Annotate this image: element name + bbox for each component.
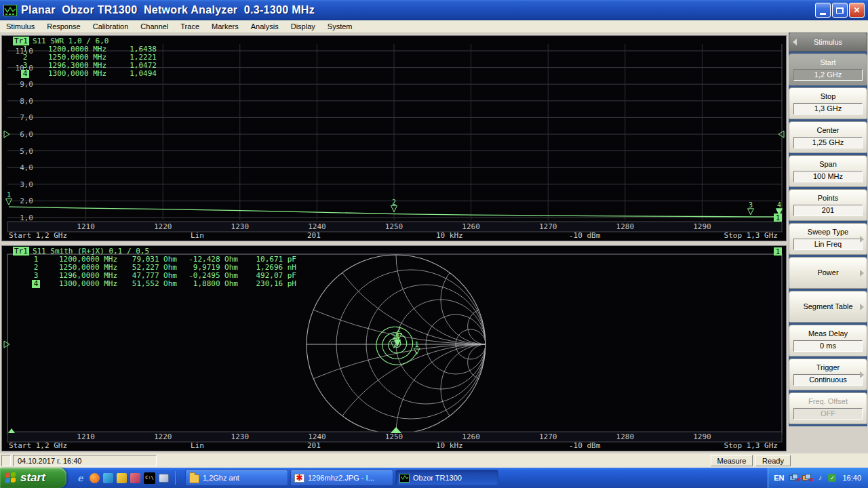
ie-icon[interactable]: e xyxy=(75,472,86,484)
button-value: OFF xyxy=(793,408,863,420)
swr-footer: Start 1,2 GHz Lin 201 10 kHz -10 dBm Sto… xyxy=(2,231,786,240)
button-label: Points xyxy=(789,194,867,202)
task-folder-12ghz-ant[interactable]: 1,2Ghz ant xyxy=(185,470,288,486)
messenger-icon[interactable] xyxy=(103,473,113,483)
sidebar-button-points[interactable]: Points201 xyxy=(789,189,867,221)
task-obzor-tr1300[interactable]: Obzor TR1300 xyxy=(395,470,498,486)
language-indicator[interactable]: EN xyxy=(774,474,784,482)
active-marker-number: 4 xyxy=(21,70,29,78)
trace-indicator-label: 1 xyxy=(776,214,780,222)
task-image-1296mhz2[interactable]: ✱ 1296mhz2.JPG - I... xyxy=(290,470,393,486)
taskbar-clock[interactable]: 16:40 xyxy=(842,474,861,482)
menu-display[interactable]: Display xyxy=(285,21,321,32)
sidebar-button-power[interactable]: Power xyxy=(789,257,867,289)
marker-flag-number: 4 xyxy=(395,333,399,340)
minimize-button[interactable] xyxy=(815,3,831,18)
statusbar-datetime: 04.10.2017 г. 16:40 xyxy=(13,455,157,466)
menu-response[interactable]: Response xyxy=(41,21,87,32)
button-value: 100 MHz xyxy=(793,171,863,182)
media-icon[interactable] xyxy=(117,473,127,483)
restore-button[interactable] xyxy=(832,3,848,18)
windows-flag-icon xyxy=(5,472,17,484)
button-value: 1,3 GHz xyxy=(793,103,863,115)
y-axis-label: 1,0 xyxy=(20,214,33,222)
button-value: Lin Freq xyxy=(793,239,863,250)
folder-icon xyxy=(189,474,199,483)
button-label: Stop xyxy=(789,92,867,100)
footer-stop: Stop 1,3 GHz xyxy=(724,441,778,450)
taskbar: start e C:\ 1,2Ghz ant ✱ 1296mhz2.JPG - … xyxy=(0,468,868,488)
menu-trace[interactable]: Trace xyxy=(174,21,205,32)
close-icon: ✕ xyxy=(853,5,860,15)
trace-tag: Tr1 xyxy=(13,247,29,256)
paint-icon[interactable] xyxy=(130,473,140,483)
analyzer-app-icon xyxy=(399,474,410,483)
x-tick-label: 1260 xyxy=(462,432,480,441)
y-axis-label: 8,0 xyxy=(20,97,33,106)
button-label: Segment Table xyxy=(789,302,867,310)
marker-equivalent: 230,16 pH xyxy=(246,280,296,288)
y-axis-label: 7,0 xyxy=(20,113,33,122)
chevron-right-icon xyxy=(860,371,864,378)
show-desktop-icon[interactable] xyxy=(159,474,169,483)
connection-icon[interactable]: ✕ xyxy=(802,474,812,482)
footer-start: Start 1,2 GHz xyxy=(9,441,67,450)
title-bar: Planar Obzor TR1300 Network Analyzer 0.3… xyxy=(0,0,868,20)
start-button[interactable]: start xyxy=(0,468,66,488)
firefox-icon[interactable] xyxy=(90,473,100,483)
y-axis-label: 4,0 xyxy=(20,163,33,172)
button-label: Sweep Type xyxy=(789,228,867,236)
menu-analysis[interactable]: Analysis xyxy=(245,21,285,32)
sidebar-button-sweep-type[interactable]: Sweep TypeLin Freq xyxy=(789,223,867,255)
button-label: Span xyxy=(789,160,867,168)
x-tick-label: 1290 xyxy=(693,222,711,231)
sidebar-header[interactable]: Stimulus xyxy=(789,33,867,52)
marker-flag-icon[interactable] xyxy=(6,199,12,205)
swr-chart-panel: 11,010,09,08,07,06,05,04,03,02,01,012101… xyxy=(1,35,787,241)
volume-icon[interactable]: ♪ xyxy=(815,474,825,482)
marker-flag-icon[interactable] xyxy=(747,209,753,215)
menu-calibration[interactable]: Calibration xyxy=(87,21,135,32)
menu-channel[interactable]: Channel xyxy=(134,21,174,32)
close-button[interactable]: ✕ xyxy=(849,3,865,18)
network-icon[interactable]: ✕ xyxy=(789,474,799,482)
marker-flag-number: 1 xyxy=(415,341,419,348)
ref-arrow-left xyxy=(4,341,9,348)
sidebar-button-start[interactable]: Start1,2 GHz xyxy=(789,54,867,85)
task-label: Obzor TR1300 xyxy=(413,474,462,482)
x-tick-label: 1220 xyxy=(154,432,172,441)
x-tick-label: 1270 xyxy=(539,432,557,441)
x-tick-label: 1220 xyxy=(154,222,172,231)
sidebar-header-label: Stimulus xyxy=(814,38,842,46)
marker-flag-number: 2 xyxy=(392,199,396,206)
sidebar-button-meas-delay[interactable]: Meas Delay0 ms xyxy=(789,325,867,357)
sidebar-button-trigger[interactable]: TriggerContinuous xyxy=(789,359,867,390)
menu-markers[interactable]: Markers xyxy=(205,21,245,32)
menu-system[interactable]: System xyxy=(321,21,359,32)
marker-frequency: 1300,0000 MHz xyxy=(35,70,106,78)
desktop: { "window": { "title": "Planar Obzor TR1… xyxy=(0,0,868,488)
marker-flag-number: 1 xyxy=(7,191,11,199)
x-tick-label: 1250 xyxy=(385,222,403,231)
cmd-icon[interactable]: C:\ xyxy=(144,472,155,484)
x-tick-label: 1250 xyxy=(385,432,403,441)
sidebar-button-segment-table[interactable]: Segment Table xyxy=(789,291,867,323)
menu-stimulus[interactable]: Stimulus xyxy=(0,21,41,32)
sidebar-button-center[interactable]: Center1,25 GHz xyxy=(789,121,867,153)
marker-value: 1,0494 xyxy=(116,70,157,78)
sidebar-button-stop[interactable]: Stop1,3 GHz xyxy=(789,87,867,119)
footer-points: 201 xyxy=(307,441,321,450)
y-axis-label: 3,0 xyxy=(20,180,33,189)
button-label: Start xyxy=(789,58,867,66)
smith-chart-panel: 1210122012301240125012601270128012901234… xyxy=(1,245,787,451)
y-axis-label: 5,0 xyxy=(20,147,33,156)
sidebar-button-span[interactable]: Span100 MHz xyxy=(789,155,867,187)
button-label: Power xyxy=(789,268,867,277)
start-button-label: start xyxy=(20,471,45,485)
button-value: 1,2 GHz xyxy=(793,69,863,81)
x-tick-label: 1280 xyxy=(616,432,635,441)
footer-sweep: Lin xyxy=(191,231,204,240)
button-label: Freq. Offset xyxy=(789,397,867,405)
security-shield-icon[interactable]: ✓ xyxy=(828,474,836,482)
stimulus-sidebar: Stimulus Start1,2 GHz Stop1,3 GHz Center… xyxy=(789,33,867,453)
